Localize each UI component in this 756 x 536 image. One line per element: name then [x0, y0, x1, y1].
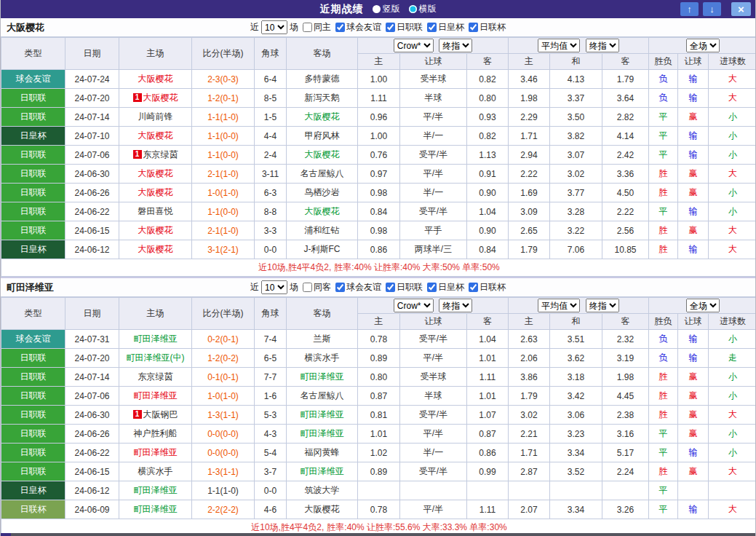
score[interactable]: 1-1(0-0) [207, 150, 239, 160]
home-team-name[interactable]: 川崎前锋 [138, 111, 173, 122]
odds-company-select[interactable]: Crow* [394, 39, 434, 52]
home-team-name[interactable]: 大阪樱花 [138, 168, 173, 178]
home-team-name[interactable]: 东京绿茵 [138, 371, 173, 382]
home-team-name[interactable]: 大阪樱花 [143, 92, 178, 103]
score[interactable]: 0-0(0-0) [207, 429, 239, 439]
home-team-name[interactable]: 大阪樱花 [138, 225, 173, 235]
away-team-name[interactable]: 町田泽维亚 [301, 428, 344, 438]
home-team-name[interactable]: 大阪樱花 [138, 187, 173, 197]
home-team-name[interactable]: 大阪樱花 [138, 130, 173, 141]
odds-time-select[interactable]: 终指 [439, 299, 472, 312]
close-button[interactable]: × [731, 2, 751, 16]
away-team-name[interactable]: 大阪樱花 [305, 206, 340, 216]
score[interactable]: 2-1(1-0) [207, 226, 239, 236]
score[interactable]: 1-3(1-1) [207, 467, 239, 477]
home-team-name[interactable]: 大阪樱花 [138, 74, 173, 84]
team-name[interactable]: 大阪樱花 [7, 21, 44, 34]
layout-radio-vertical[interactable]: 竖版 [373, 3, 400, 15]
away-team-name[interactable]: 多特蒙德 [305, 74, 340, 84]
away-team-name[interactable]: 大阪樱花 [305, 149, 340, 159]
score[interactable]: 1-1(1-0) [207, 112, 239, 122]
score[interactable]: 0-0(0-0) [207, 448, 239, 458]
score[interactable]: 0-2(0-1) [207, 334, 239, 344]
match-count-select[interactable]: 10 [261, 280, 287, 294]
away-team-name[interactable]: 筑波大学 [305, 485, 340, 495]
same-venue-input[interactable] [303, 283, 312, 292]
away-team-name[interactable]: 浦和红钻 [305, 225, 340, 235]
home-team-name[interactable]: 町田泽维亚 [134, 504, 178, 514]
home-team-name[interactable]: 町田泽维亚(中) [127, 352, 185, 363]
home-team-name[interactable]: 东京绿茵 [143, 149, 178, 159]
scroll-down-button[interactable]: ↓ [703, 2, 721, 16]
emperor-cup-checkbox-input[interactable] [427, 23, 437, 32]
score[interactable]: 1-1(0-0) [207, 207, 239, 217]
jleague-checkbox-input[interactable] [386, 283, 395, 292]
league-filter-emperor-cup[interactable]: 日皇杯 [427, 281, 464, 293]
scroll-up-button[interactable]: ↑ [680, 2, 699, 16]
away-team-name[interactable]: 名古屋鲸八 [301, 390, 344, 401]
score[interactable]: 1-3(1-1) [207, 410, 239, 420]
jleague-checkbox-input[interactable] [386, 23, 395, 32]
league-filter-friendly[interactable]: 球会友谊 [335, 281, 381, 293]
same-venue-checkbox[interactable]: 同主 [303, 21, 331, 34]
away-team-name[interactable]: 町田泽维亚 [301, 371, 344, 382]
league-filter-emperor-cup[interactable]: 日皇杯 [427, 21, 464, 34]
average-time-select[interactable]: 终指 [586, 299, 619, 312]
home-team-name[interactable]: 町田泽维亚 [134, 447, 178, 457]
away-team-name[interactable]: 鸟栖沙岩 [305, 187, 340, 197]
average-select[interactable]: 平均值 [538, 39, 580, 52]
away-team-name[interactable]: 大阪樱花 [305, 111, 340, 122]
score[interactable]: 1-1(1-0) [207, 486, 239, 496]
league-filter-league-cup[interactable]: 日联杯 [469, 281, 506, 293]
away-team-name[interactable]: 甲府风林 [305, 130, 340, 141]
away-team-name[interactable]: 名古屋鲸八 [301, 168, 344, 178]
league-filter-jleague[interactable]: 日职联 [386, 281, 423, 293]
score[interactable]: 1-2(0-1) [207, 93, 239, 103]
away-team-name[interactable]: J-利斯FC [304, 244, 341, 254]
home-team-name[interactable]: 町田泽维亚 [134, 485, 178, 495]
friendly-checkbox-input[interactable] [335, 283, 345, 292]
score[interactable]: 2-2(2-2) [207, 505, 239, 515]
league-cup-checkbox-input[interactable] [469, 283, 478, 292]
away-team-name[interactable]: 町田泽维亚 [301, 466, 344, 476]
league-filter-league-cup[interactable]: 日联杯 [469, 21, 506, 34]
odds-time-select[interactable]: 终指 [439, 39, 472, 52]
score[interactable]: 0-1(0-1) [207, 372, 239, 382]
away-team-name[interactable]: 福冈黄蜂 [305, 447, 340, 457]
score[interactable]: 3-1(2-1) [207, 245, 239, 255]
home-team-name[interactable]: 神户胜利船 [134, 428, 178, 438]
league-cup-checkbox-input[interactable] [469, 23, 478, 32]
score[interactable]: 1-2(0-2) [207, 353, 239, 363]
average-select[interactable]: 平均值 [538, 299, 580, 312]
friendly-checkbox-input[interactable] [335, 23, 345, 32]
same-venue-checkbox[interactable]: 同客 [303, 281, 331, 293]
score[interactable]: 1-1(0-0) [207, 131, 239, 141]
home-team-name[interactable]: 大阪钢巴 [143, 409, 178, 419]
score[interactable]: 1-0(1-0) [207, 391, 239, 401]
home-team-name[interactable]: 横滨水手 [138, 466, 173, 476]
odds-company-select[interactable]: Crow* [394, 299, 434, 312]
home-team-name[interactable]: 磐田喜悦 [138, 206, 173, 216]
layout-radio-horizontal[interactable]: 横版 [409, 3, 437, 15]
league-filter-friendly[interactable]: 球会友谊 [335, 21, 381, 34]
scope-select[interactable]: 全场 [686, 39, 720, 52]
away-team-name[interactable]: 横滨水手 [305, 352, 340, 363]
horizontal-radio-input[interactable] [409, 5, 417, 13]
same-venue-input[interactable] [303, 23, 312, 32]
home-team-name[interactable]: 大阪樱花 [138, 244, 173, 254]
average-time-select[interactable]: 终指 [586, 39, 619, 52]
team-name[interactable]: 町田泽维亚 [7, 281, 54, 294]
score[interactable]: 2-1(1-0) [207, 169, 239, 179]
match-count-select[interactable]: 10 [261, 20, 287, 34]
home-team-name[interactable]: 町田泽维亚 [134, 390, 178, 401]
scope-select[interactable]: 全场 [686, 299, 720, 312]
emperor-cup-checkbox-input[interactable] [427, 283, 437, 292]
away-team-name[interactable]: 町田泽维亚 [301, 409, 344, 419]
away-team-name[interactable]: 大阪樱花 [305, 504, 340, 514]
away-team-name[interactable]: 新泻天鹅 [305, 92, 340, 103]
score[interactable]: 1-0(1-0) [207, 188, 239, 198]
vertical-radio-input[interactable] [373, 5, 381, 13]
league-filter-jleague[interactable]: 日职联 [386, 21, 423, 34]
away-team-name[interactable]: 兰斯 [314, 334, 331, 344]
home-team-name[interactable]: 町田泽维亚 [134, 334, 178, 344]
